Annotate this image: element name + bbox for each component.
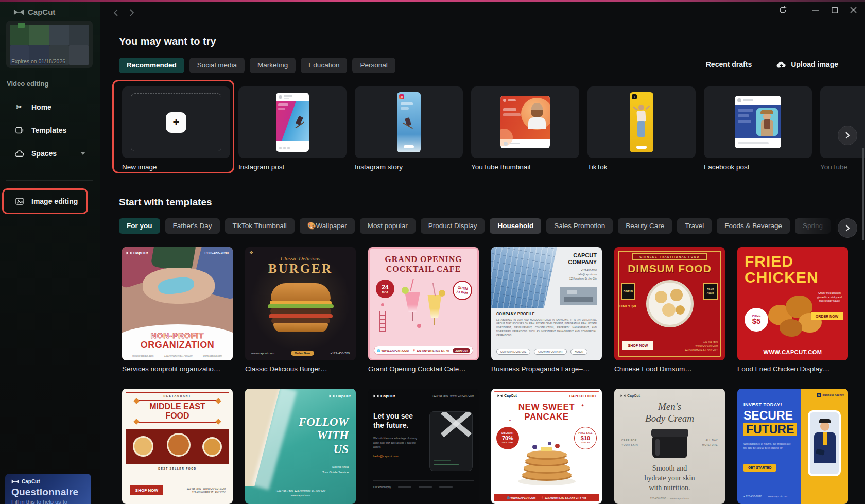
- upload-image-button[interactable]: Upload image: [776, 60, 838, 68]
- footer-web: WWW.CAPCUT.COM: [203, 488, 226, 490]
- chevron-down-icon[interactable]: [80, 152, 85, 155]
- template-chicken[interactable]: FRIED CHICKEN Crispy fried chicken glaze…: [737, 247, 848, 360]
- poster-title: NON-PROFIT: [122, 331, 233, 340]
- glass: [405, 292, 420, 312]
- youtube-thumbnail-tile[interactable]: [471, 86, 579, 158]
- template-follow[interactable]: CapCut FOLLOW WITH US Scenic Area Tour G…: [245, 389, 356, 504]
- instagram-story-tile[interactable]: [355, 86, 463, 158]
- profile-chip: HONOR: [570, 349, 587, 355]
- phone-mockup: [429, 411, 473, 471]
- sidebar-item-spaces[interactable]: Spaces: [6, 143, 93, 164]
- chip-travel[interactable]: Travel: [677, 218, 712, 234]
- blueberry: [548, 442, 551, 445]
- controls-divider: [800, 6, 800, 14]
- template-pancake[interactable]: CapCut CAPCUT FOOD NEW SWEET PANCAKE ✦ ✦…: [491, 389, 602, 504]
- sidebar-item-home[interactable]: ✂ Home: [6, 97, 93, 117]
- instagram-post-tile[interactable]: [238, 86, 347, 158]
- building-windows: [491, 247, 557, 308]
- contact-web: WWW. CAPCUT. COM: [450, 395, 474, 397]
- template-cell: CHINESE TRADITIONAL FOOD DIMSUM FOOD DIN…: [614, 247, 725, 373]
- lemon: [439, 290, 445, 297]
- template-nonprofit[interactable]: CapCut +123-456-7890 NON-PROFIT ORGANIZA…: [122, 247, 233, 360]
- banner-block: [10, 25, 29, 45]
- template-label: Chinese Food Dimsum…: [614, 365, 725, 373]
- chip-household[interactable]: Household: [490, 218, 541, 234]
- youtube-partial-tile[interactable]: [820, 86, 865, 158]
- open-badge: OPEN AT 8AM: [452, 280, 474, 302]
- template-invest[interactable]: N Business Agency INVEST TODAY! SECURE F…: [737, 389, 848, 504]
- poster-web: WWW.CAPCUT.COM: [737, 349, 848, 355]
- mock-line: [738, 114, 749, 117]
- ornament-icon: ❖: [249, 250, 253, 255]
- arm: [633, 106, 638, 111]
- ladder: [379, 311, 386, 332]
- chip-wallpaper[interactable]: 🎨Wallpaper: [300, 218, 355, 234]
- refresh-button[interactable]: [778, 6, 787, 14]
- chip-foods-beverage[interactable]: Foods & Beverage: [717, 218, 790, 234]
- chip-recommended[interactable]: Recommended: [119, 58, 184, 73]
- brand-line: CAPCUT: [568, 252, 597, 259]
- chip-social-media[interactable]: Social media: [189, 58, 245, 73]
- chip-sales-promotion[interactable]: Sales Promotion: [546, 218, 613, 234]
- plus-icon[interactable]: +: [166, 112, 186, 133]
- scrollbar-thumb[interactable]: [862, 148, 864, 240]
- title-frame: MIDDLE EAST FOOD: [139, 400, 216, 423]
- nav-forward-button[interactable]: [126, 7, 137, 19]
- new-image-tile[interactable]: +: [122, 86, 230, 158]
- price-text: ONLY $8: [619, 304, 636, 308]
- chip-beauty-care[interactable]: Beauty Care: [618, 218, 672, 234]
- chart-line: [434, 464, 459, 465]
- chips-next-button[interactable]: [838, 218, 857, 238]
- subscription-banner[interactable]: Expires on 01/18/2026: [6, 21, 93, 68]
- chip-education[interactable]: Education: [301, 58, 347, 73]
- footer-item: 123 456-7890 · WWW.CAPCUT.COM: [187, 487, 226, 491]
- date-day: 24: [382, 284, 388, 290]
- shop-now-button: SHOP NOW: [130, 485, 163, 495]
- cards-next-button[interactable]: [838, 126, 857, 145]
- chip-most-popular[interactable]: Most popular: [360, 218, 416, 234]
- template-future[interactable]: CapCut +123-456-7890 WWW. CAPCUT. COM Le…: [368, 389, 479, 504]
- chip-personal[interactable]: Personal: [352, 58, 395, 73]
- maximize-button[interactable]: [832, 7, 838, 13]
- close-button[interactable]: [850, 7, 857, 13]
- tiktok-tile[interactable]: ♪: [587, 86, 696, 158]
- chip-tiktok-thumbnail[interactable]: TikTok Thumbnail: [225, 218, 295, 234]
- avatar: [504, 142, 508, 146]
- left-caption: CARE FOR YOUR SKIN: [621, 438, 638, 447]
- right-caption: ALL DAY MOISTURE: [702, 438, 718, 447]
- template-mideast[interactable]: RESTAURANT MIDDLE EAST FOOD BEST SELLER …: [122, 389, 233, 504]
- mock-line: [284, 98, 289, 99]
- banner-block: [29, 25, 49, 45]
- nav-back-button[interactable]: [110, 7, 121, 19]
- minimize-button[interactable]: [812, 7, 819, 13]
- questionnaire-card[interactable]: CapCut Questionnaire Fill in this to hel…: [5, 474, 91, 504]
- sidebar-item-templates[interactable]: Templates: [6, 120, 93, 141]
- poster-body: Smooth and hydrate your skin with nutrit…: [614, 464, 725, 493]
- chip-label: Wallpaper: [316, 222, 347, 230]
- contact-line: +123-456-7890: [569, 269, 597, 273]
- chip-spring[interactable]: Spring: [795, 218, 831, 234]
- tiktok-mock: ♪: [630, 92, 653, 152]
- sidebar-item-image-editing[interactable]: Image editing: [6, 191, 93, 212]
- recent-drafts-button[interactable]: Recent drafts: [706, 60, 752, 68]
- footer-phone: + 123-456-7890: [743, 495, 762, 498]
- chip-for-you[interactable]: For you: [119, 218, 160, 234]
- template-dimsum[interactable]: CHINESE TRADITIONAL FOOD DIMSUM FOOD DIN…: [614, 247, 725, 360]
- chip-product-display[interactable]: Product Display: [421, 218, 485, 234]
- template-cream[interactable]: CapCut Men's Body Cream CARE FOR YOUR SK…: [614, 389, 725, 504]
- facebook-post-tile[interactable]: [704, 86, 812, 158]
- title-line: FOOD: [165, 411, 189, 421]
- template-business[interactable]: CAPCUT COMPANY +123-456-7890 hello@capcu…: [491, 247, 602, 360]
- template-cocktail[interactable]: GRAND OPENING COCKTAIL CAFE 24 MAY OPEN …: [368, 247, 479, 360]
- order-now-pill: Order Now: [291, 351, 314, 356]
- mock-photo: [735, 105, 781, 138]
- dumpling: [655, 291, 667, 303]
- image-icon: [15, 198, 24, 205]
- price-circle: PRICE $5: [745, 308, 768, 332]
- chip-fathers-day[interactable]: Father's Day: [165, 218, 220, 234]
- chip-marketing[interactable]: Marketing: [250, 58, 296, 73]
- poster-logo: CapCut: [373, 394, 395, 398]
- template-burger[interactable]: ❖ Classic Delicious BURGER www.capcut.co…: [245, 247, 356, 360]
- badge-line: $10: [581, 435, 590, 442]
- instagram-icon: [399, 94, 404, 99]
